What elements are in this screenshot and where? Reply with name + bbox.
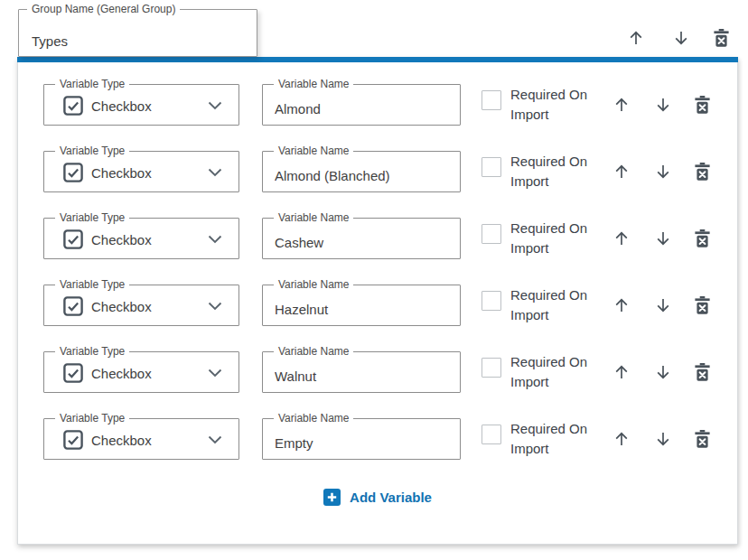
variable-type-select[interactable]: Variable Type Checkbox bbox=[43, 418, 239, 460]
checked-checkbox-icon bbox=[63, 430, 83, 450]
variable-name-label: Variable Name bbox=[274, 145, 353, 158]
variable-move-up-button[interactable] bbox=[612, 296, 631, 314]
variable-type-value: Checkbox bbox=[91, 299, 152, 314]
variable-move-down-button[interactable] bbox=[654, 229, 672, 247]
variable-row: Variable Type Checkbox Variable Name Req… bbox=[0, 285, 748, 328]
variable-delete-button[interactable] bbox=[695, 430, 710, 448]
variable-delete-button[interactable] bbox=[695, 96, 710, 114]
move-up-icon bbox=[612, 229, 631, 247]
variable-type-label: Variable Type bbox=[55, 345, 129, 359]
variable-move-up-button[interactable] bbox=[612, 229, 631, 247]
move-down-icon bbox=[654, 96, 672, 114]
required-on-import-label: Required On Import bbox=[510, 419, 596, 459]
variable-delete-button[interactable] bbox=[695, 363, 710, 381]
variable-name-field[interactable]: Variable Name bbox=[262, 285, 461, 326]
variable-type-select[interactable]: Variable Type Checkbox bbox=[43, 151, 239, 192]
variable-type-value: Checkbox bbox=[91, 433, 152, 448]
move-up-icon bbox=[612, 363, 631, 381]
add-variable-button[interactable]: Add Variable bbox=[323, 489, 432, 506]
variable-name-field[interactable]: Variable Name bbox=[262, 218, 461, 259]
variable-row: Variable Type Checkbox Variable Name Req… bbox=[0, 218, 748, 261]
variable-delete-button[interactable] bbox=[695, 163, 710, 181]
chevron-down-icon bbox=[208, 101, 222, 110]
variable-name-label: Variable Name bbox=[274, 211, 353, 225]
add-variable-row: Add Variable bbox=[17, 489, 738, 506]
variable-move-down-button[interactable] bbox=[654, 163, 672, 181]
required-on-import-label: Required On Import bbox=[510, 85, 596, 125]
variable-move-up-button[interactable] bbox=[612, 363, 631, 381]
variable-name-label: Variable Name bbox=[274, 78, 353, 91]
group-accent-bar bbox=[17, 57, 738, 62]
variable-move-up-button[interactable] bbox=[612, 430, 631, 448]
move-up-icon bbox=[627, 29, 645, 47]
variable-type-value: Checkbox bbox=[91, 366, 152, 381]
variable-name-field[interactable]: Variable Name bbox=[262, 151, 461, 192]
variable-type-value: Checkbox bbox=[91, 232, 152, 247]
variable-name-field[interactable]: Variable Name bbox=[262, 84, 461, 126]
move-down-icon bbox=[654, 296, 672, 314]
variable-name-field[interactable]: Variable Name bbox=[262, 351, 461, 393]
required-on-import-checkbox[interactable] bbox=[482, 157, 501, 177]
variable-move-down-button[interactable] bbox=[654, 363, 672, 381]
required-on-import-checkbox[interactable] bbox=[482, 90, 501, 110]
chevron-down-icon bbox=[208, 235, 222, 244]
group-move-down-button[interactable] bbox=[672, 29, 690, 47]
group-delete-button[interactable] bbox=[714, 29, 729, 47]
group-name-label: Group Name (General Group) bbox=[27, 3, 180, 16]
checked-checkbox-icon bbox=[63, 163, 83, 182]
variable-name-field[interactable]: Variable Name bbox=[262, 418, 461, 460]
required-on-import-label: Required On Import bbox=[510, 219, 596, 258]
variable-type-label: Variable Type bbox=[55, 211, 129, 225]
checked-checkbox-icon bbox=[63, 229, 83, 249]
variable-delete-button[interactable] bbox=[695, 296, 710, 314]
required-on-import-checkbox[interactable] bbox=[482, 224, 501, 244]
chevron-down-icon bbox=[208, 302, 222, 311]
variable-row: Variable Type Checkbox Variable Name Req… bbox=[0, 418, 748, 462]
variable-row: Variable Type Checkbox Variable Name Req… bbox=[0, 351, 748, 395]
checked-checkbox-icon bbox=[63, 296, 83, 316]
add-variable-label: Add Variable bbox=[350, 490, 432, 505]
trash-icon bbox=[695, 430, 710, 448]
move-up-icon bbox=[612, 163, 631, 181]
variable-name-label: Variable Name bbox=[274, 412, 353, 425]
required-on-import-checkbox[interactable] bbox=[482, 425, 501, 444]
variable-type-label: Variable Type bbox=[55, 78, 129, 91]
move-down-icon bbox=[654, 163, 672, 181]
trash-icon bbox=[695, 363, 710, 381]
checked-checkbox-icon bbox=[63, 96, 83, 116]
variable-delete-button[interactable] bbox=[695, 229, 710, 247]
variable-type-value: Checkbox bbox=[91, 98, 152, 114]
trash-icon bbox=[714, 29, 729, 47]
move-up-icon bbox=[612, 430, 631, 448]
required-on-import-checkbox[interactable] bbox=[482, 291, 501, 311]
variable-move-down-button[interactable] bbox=[654, 96, 672, 114]
chevron-down-icon bbox=[208, 435, 222, 444]
variable-move-down-button[interactable] bbox=[654, 296, 672, 314]
variable-move-up-button[interactable] bbox=[612, 96, 631, 114]
variable-move-up-button[interactable] bbox=[612, 163, 631, 181]
move-up-icon bbox=[612, 296, 631, 314]
chevron-down-icon bbox=[208, 369, 222, 378]
variable-name-label: Variable Name bbox=[274, 278, 353, 292]
variable-row: Variable Type Checkbox Variable Name Req… bbox=[0, 84, 748, 127]
variable-type-select[interactable]: Variable Type Checkbox bbox=[43, 84, 239, 126]
variable-type-select[interactable]: Variable Type Checkbox bbox=[43, 218, 239, 259]
required-on-import-checkbox[interactable] bbox=[482, 358, 501, 378]
variable-type-value: Checkbox bbox=[91, 165, 152, 181]
group-name-field[interactable]: Group Name (General Group) bbox=[18, 9, 257, 57]
move-down-icon bbox=[654, 229, 672, 247]
variable-move-down-button[interactable] bbox=[654, 430, 672, 448]
move-down-icon bbox=[654, 430, 672, 448]
group-move-up-button[interactable] bbox=[627, 29, 645, 47]
trash-icon bbox=[695, 296, 710, 314]
variable-type-label: Variable Type bbox=[55, 145, 129, 158]
variable-name-label: Variable Name bbox=[274, 345, 353, 359]
chevron-down-icon bbox=[208, 168, 222, 177]
trash-icon bbox=[695, 96, 710, 114]
variable-type-select[interactable]: Variable Type Checkbox bbox=[43, 351, 239, 393]
group-name-input[interactable] bbox=[19, 10, 257, 56]
variable-type-label: Variable Type bbox=[55, 412, 129, 425]
move-down-icon bbox=[672, 29, 690, 47]
variable-type-label: Variable Type bbox=[55, 278, 129, 292]
variable-type-select[interactable]: Variable Type Checkbox bbox=[43, 285, 239, 326]
